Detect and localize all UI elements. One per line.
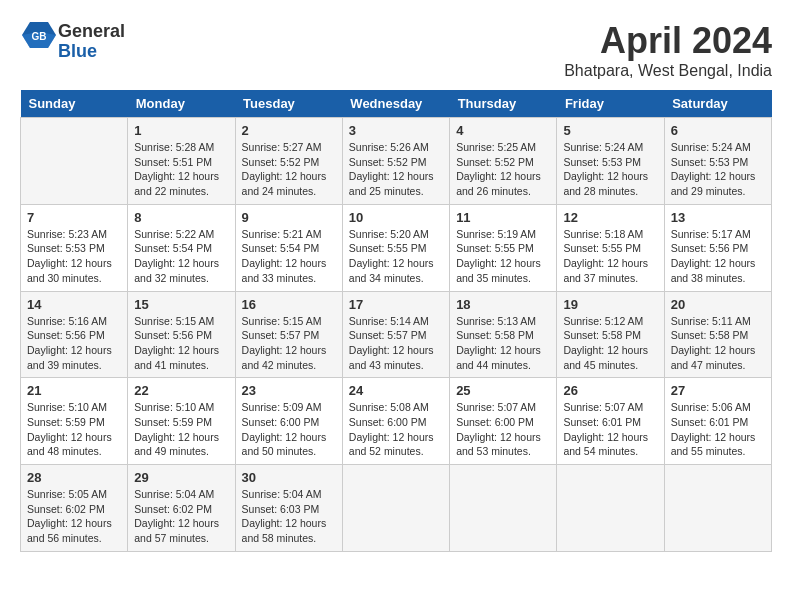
day-number: 21	[27, 383, 121, 398]
calendar-cell: 16Sunrise: 5:15 AM Sunset: 5:57 PM Dayli…	[235, 291, 342, 378]
day-number: 7	[27, 210, 121, 225]
svg-text:GB: GB	[32, 31, 47, 42]
day-info: Sunrise: 5:24 AM Sunset: 5:53 PM Dayligh…	[671, 140, 765, 199]
calendar-week-row: 21Sunrise: 5:10 AM Sunset: 5:59 PM Dayli…	[21, 378, 772, 465]
day-number: 20	[671, 297, 765, 312]
calendar-cell: 24Sunrise: 5:08 AM Sunset: 6:00 PM Dayli…	[342, 378, 449, 465]
day-info: Sunrise: 5:09 AM Sunset: 6:00 PM Dayligh…	[242, 400, 336, 459]
location: Bhatpara, West Bengal, India	[564, 62, 772, 80]
day-number: 29	[134, 470, 228, 485]
calendar-cell: 1Sunrise: 5:28 AM Sunset: 5:51 PM Daylig…	[128, 118, 235, 205]
day-info: Sunrise: 5:23 AM Sunset: 5:53 PM Dayligh…	[27, 227, 121, 286]
day-number: 19	[563, 297, 657, 312]
weekday-header: Wednesday	[342, 90, 449, 118]
day-number: 8	[134, 210, 228, 225]
day-number: 3	[349, 123, 443, 138]
calendar-cell: 4Sunrise: 5:25 AM Sunset: 5:52 PM Daylig…	[450, 118, 557, 205]
calendar-cell: 11Sunrise: 5:19 AM Sunset: 5:55 PM Dayli…	[450, 204, 557, 291]
calendar-cell: 19Sunrise: 5:12 AM Sunset: 5:58 PM Dayli…	[557, 291, 664, 378]
day-info: Sunrise: 5:16 AM Sunset: 5:56 PM Dayligh…	[27, 314, 121, 373]
day-number: 30	[242, 470, 336, 485]
calendar-cell: 3Sunrise: 5:26 AM Sunset: 5:52 PM Daylig…	[342, 118, 449, 205]
day-number: 16	[242, 297, 336, 312]
day-info: Sunrise: 5:07 AM Sunset: 6:00 PM Dayligh…	[456, 400, 550, 459]
calendar-week-row: 14Sunrise: 5:16 AM Sunset: 5:56 PM Dayli…	[21, 291, 772, 378]
day-info: Sunrise: 5:04 AM Sunset: 6:03 PM Dayligh…	[242, 487, 336, 546]
day-info: Sunrise: 5:13 AM Sunset: 5:58 PM Dayligh…	[456, 314, 550, 373]
day-number: 27	[671, 383, 765, 398]
calendar-cell: 29Sunrise: 5:04 AM Sunset: 6:02 PM Dayli…	[128, 465, 235, 552]
calendar-cell	[342, 465, 449, 552]
day-number: 18	[456, 297, 550, 312]
day-info: Sunrise: 5:06 AM Sunset: 6:01 PM Dayligh…	[671, 400, 765, 459]
day-number: 24	[349, 383, 443, 398]
title-block: April 2024 Bhatpara, West Bengal, India	[564, 20, 772, 80]
day-info: Sunrise: 5:04 AM Sunset: 6:02 PM Dayligh…	[134, 487, 228, 546]
logo-icon: GB	[20, 20, 58, 64]
day-info: Sunrise: 5:17 AM Sunset: 5:56 PM Dayligh…	[671, 227, 765, 286]
day-info: Sunrise: 5:18 AM Sunset: 5:55 PM Dayligh…	[563, 227, 657, 286]
calendar-cell: 10Sunrise: 5:20 AM Sunset: 5:55 PM Dayli…	[342, 204, 449, 291]
day-info: Sunrise: 5:28 AM Sunset: 5:51 PM Dayligh…	[134, 140, 228, 199]
calendar-week-row: 1Sunrise: 5:28 AM Sunset: 5:51 PM Daylig…	[21, 118, 772, 205]
day-number: 11	[456, 210, 550, 225]
weekday-header: Thursday	[450, 90, 557, 118]
calendar-cell	[450, 465, 557, 552]
calendar-cell: 9Sunrise: 5:21 AM Sunset: 5:54 PM Daylig…	[235, 204, 342, 291]
calendar-cell	[664, 465, 771, 552]
day-number: 23	[242, 383, 336, 398]
weekday-header: Tuesday	[235, 90, 342, 118]
day-number: 14	[27, 297, 121, 312]
day-number: 15	[134, 297, 228, 312]
calendar-cell: 27Sunrise: 5:06 AM Sunset: 6:01 PM Dayli…	[664, 378, 771, 465]
calendar-cell: 2Sunrise: 5:27 AM Sunset: 5:52 PM Daylig…	[235, 118, 342, 205]
logo-text: General Blue	[58, 22, 125, 62]
weekday-header: Sunday	[21, 90, 128, 118]
calendar-cell: 15Sunrise: 5:15 AM Sunset: 5:56 PM Dayli…	[128, 291, 235, 378]
day-info: Sunrise: 5:11 AM Sunset: 5:58 PM Dayligh…	[671, 314, 765, 373]
day-info: Sunrise: 5:15 AM Sunset: 5:56 PM Dayligh…	[134, 314, 228, 373]
day-info: Sunrise: 5:19 AM Sunset: 5:55 PM Dayligh…	[456, 227, 550, 286]
day-number: 2	[242, 123, 336, 138]
calendar-cell: 30Sunrise: 5:04 AM Sunset: 6:03 PM Dayli…	[235, 465, 342, 552]
day-number: 5	[563, 123, 657, 138]
calendar-cell: 5Sunrise: 5:24 AM Sunset: 5:53 PM Daylig…	[557, 118, 664, 205]
day-info: Sunrise: 5:20 AM Sunset: 5:55 PM Dayligh…	[349, 227, 443, 286]
day-number: 6	[671, 123, 765, 138]
calendar-cell: 6Sunrise: 5:24 AM Sunset: 5:53 PM Daylig…	[664, 118, 771, 205]
day-number: 22	[134, 383, 228, 398]
calendar-cell: 22Sunrise: 5:10 AM Sunset: 5:59 PM Dayli…	[128, 378, 235, 465]
calendar-cell: 26Sunrise: 5:07 AM Sunset: 6:01 PM Dayli…	[557, 378, 664, 465]
day-number: 12	[563, 210, 657, 225]
calendar-cell: 18Sunrise: 5:13 AM Sunset: 5:58 PM Dayli…	[450, 291, 557, 378]
calendar-cell: 13Sunrise: 5:17 AM Sunset: 5:56 PM Dayli…	[664, 204, 771, 291]
calendar-week-row: 7Sunrise: 5:23 AM Sunset: 5:53 PM Daylig…	[21, 204, 772, 291]
calendar-cell: 21Sunrise: 5:10 AM Sunset: 5:59 PM Dayli…	[21, 378, 128, 465]
day-info: Sunrise: 5:10 AM Sunset: 5:59 PM Dayligh…	[134, 400, 228, 459]
weekday-header: Monday	[128, 90, 235, 118]
day-info: Sunrise: 5:21 AM Sunset: 5:54 PM Dayligh…	[242, 227, 336, 286]
calendar-cell	[557, 465, 664, 552]
day-info: Sunrise: 5:27 AM Sunset: 5:52 PM Dayligh…	[242, 140, 336, 199]
calendar-cell: 12Sunrise: 5:18 AM Sunset: 5:55 PM Dayli…	[557, 204, 664, 291]
logo-line2: Blue	[58, 42, 125, 62]
calendar-table: SundayMondayTuesdayWednesdayThursdayFrid…	[20, 90, 772, 552]
day-info: Sunrise: 5:24 AM Sunset: 5:53 PM Dayligh…	[563, 140, 657, 199]
calendar-week-row: 28Sunrise: 5:05 AM Sunset: 6:02 PM Dayli…	[21, 465, 772, 552]
page-header: GB General Blue April 2024 Bhatpara, Wes…	[20, 20, 772, 80]
day-info: Sunrise: 5:14 AM Sunset: 5:57 PM Dayligh…	[349, 314, 443, 373]
weekday-header-row: SundayMondayTuesdayWednesdayThursdayFrid…	[21, 90, 772, 118]
day-info: Sunrise: 5:08 AM Sunset: 6:00 PM Dayligh…	[349, 400, 443, 459]
logo-line1: General	[58, 22, 125, 42]
calendar-cell: 28Sunrise: 5:05 AM Sunset: 6:02 PM Dayli…	[21, 465, 128, 552]
day-number: 13	[671, 210, 765, 225]
day-number: 26	[563, 383, 657, 398]
day-info: Sunrise: 5:10 AM Sunset: 5:59 PM Dayligh…	[27, 400, 121, 459]
day-number: 9	[242, 210, 336, 225]
calendar-cell: 8Sunrise: 5:22 AM Sunset: 5:54 PM Daylig…	[128, 204, 235, 291]
calendar-cell: 25Sunrise: 5:07 AM Sunset: 6:00 PM Dayli…	[450, 378, 557, 465]
weekday-header: Saturday	[664, 90, 771, 118]
calendar-cell: 7Sunrise: 5:23 AM Sunset: 5:53 PM Daylig…	[21, 204, 128, 291]
day-info: Sunrise: 5:15 AM Sunset: 5:57 PM Dayligh…	[242, 314, 336, 373]
calendar-cell: 14Sunrise: 5:16 AM Sunset: 5:56 PM Dayli…	[21, 291, 128, 378]
